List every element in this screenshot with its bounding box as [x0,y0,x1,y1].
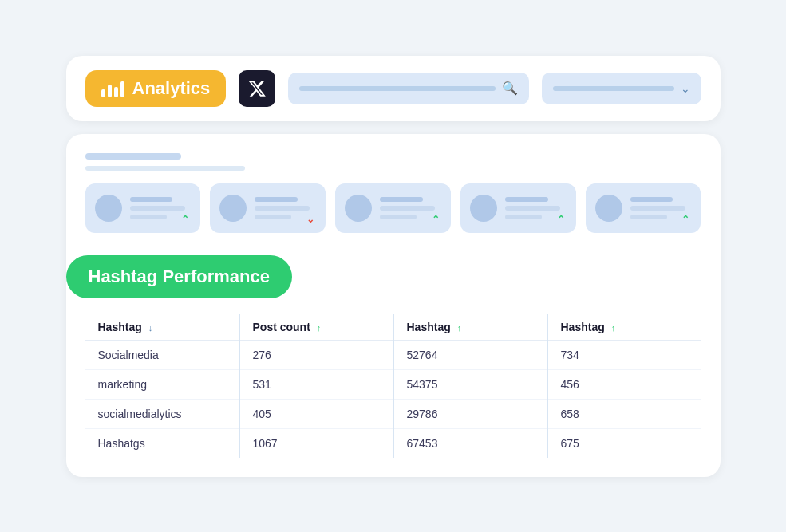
table-header-row: Hashtag ↓ Post count ↑ Hashtag ↑ Hashtag… [85,314,701,341]
metric-circle-5 [595,195,622,222]
table-row: socialmedialytics 405 29786 658 [85,399,701,428]
sort-up-icon-4: ↑ [611,323,616,333]
dropdown-bar[interactable]: ⌄ [542,73,701,104]
metric-circle-1 [95,195,122,222]
search-placeholder-line [299,86,495,91]
analytics-badge: Analytics [85,70,227,107]
cell-hashtag-2-0: 52764 [393,340,547,369]
cell-hashtag-3-1: 456 [547,369,701,399]
bottom-card: ⌃ ⌄ ⌃ [66,134,721,477]
col-header-post-count[interactable]: Post count ↑ [239,314,393,341]
cell-post-count-1: 531 [239,369,393,399]
sort-up-icon-3: ↑ [457,323,462,333]
card-header [85,153,701,171]
search-bar[interactable]: 🔍 [288,73,528,104]
hashtag-performance-table: Hashtag ↓ Post count ↑ Hashtag ↑ Hashtag… [85,314,701,458]
metric-card-2[interactable]: ⌄ [210,183,326,233]
table-row: Hashatgs 1067 67453 675 [85,428,701,458]
metric-card-1[interactable]: ⌃ [85,183,201,233]
metric-circle-4 [470,195,497,222]
metric-circle-2 [219,195,247,222]
cell-hashtag-3-2: 658 [547,399,701,428]
cell-hashtag-1-0: Socialmedia [85,340,239,369]
sort-up-icon-2: ↑ [317,323,322,333]
header-line-short [85,153,181,160]
hashtag-performance-title: Hashtag Performance [89,266,270,286]
metric-arrow-4: ⌃ [557,214,565,225]
analytics-title: Analytics [132,78,211,99]
cell-post-count-2: 405 [239,399,393,428]
metric-card-3[interactable]: ⌃ [335,183,451,233]
metric-arrow-2: ⌄ [306,214,314,225]
bar-3 [114,87,118,97]
dropdown-placeholder-line [553,86,674,91]
table-row: marketing 531 54375 456 [85,369,701,399]
metric-circle-3 [345,195,372,222]
cell-hashtag-1-2: socialmedialytics [85,399,239,428]
col-header-hashtag-1[interactable]: Hashtag ↓ [85,314,239,341]
bar-4 [120,81,124,97]
sort-down-icon-1: ↓ [148,323,153,333]
bar-1 [101,89,105,97]
x-logo-svg [247,79,267,98]
cell-post-count-3: 1067 [239,428,393,458]
cell-hashtag-2-2: 29786 [393,399,547,428]
bar-chart-icon [101,80,124,97]
metric-cards-row: ⌃ ⌄ ⌃ [85,183,701,233]
cell-hashtag-2-1: 54375 [393,369,547,399]
cell-hashtag-3-3: 675 [547,428,701,458]
x-platform-icon[interactable] [239,70,275,107]
metric-arrow-1: ⌃ [181,214,189,225]
chevron-down-icon: ⌄ [681,82,690,95]
col-header-hashtag-2[interactable]: Hashtag ↑ [393,314,547,341]
main-wrapper: Analytics 🔍 ⌄ [66,56,721,477]
col-header-hashtag-3[interactable]: Hashtag ↑ [547,314,701,341]
metric-arrow-3: ⌃ [432,214,440,225]
metric-arrow-5: ⌃ [681,214,689,225]
cell-hashtag-1-3: Hashatgs [85,428,239,458]
search-icon: 🔍 [502,81,518,96]
cell-post-count-0: 276 [239,340,393,369]
table-row: Socialmedia 276 52764 734 [85,340,701,369]
header-line-long [85,166,245,171]
cell-hashtag-3-0: 734 [547,340,701,369]
metric-card-5[interactable]: ⌃ [586,183,701,233]
metric-card-4[interactable]: ⌃ [460,183,576,233]
cell-hashtag-2-3: 67453 [393,428,547,458]
hashtag-performance-badge: Hashtag Performance [66,255,292,298]
cell-hashtag-1-1: marketing [85,369,239,399]
top-card: Analytics 🔍 ⌄ [66,56,721,121]
bar-2 [108,85,112,97]
